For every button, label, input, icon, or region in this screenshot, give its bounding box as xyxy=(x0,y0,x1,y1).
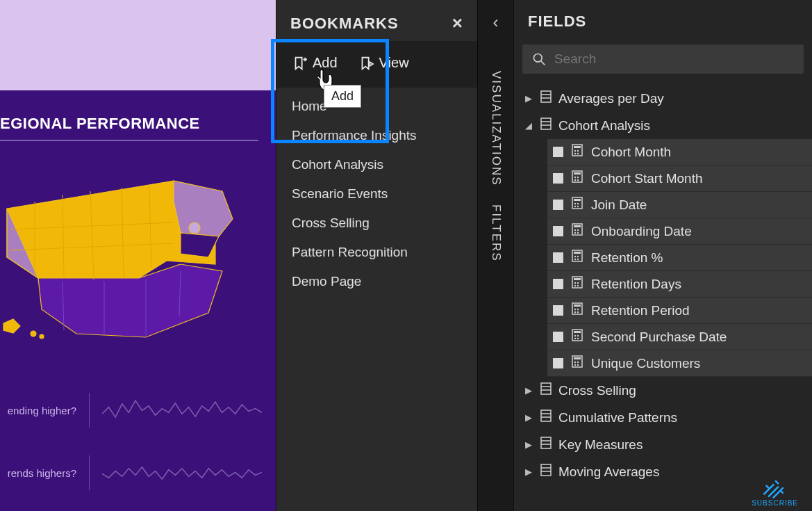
bookmarks-pane: BOOKMARKS × Add View HomePerformance Ins… xyxy=(276,0,477,511)
section-title: EGIONAL PERFORMANCE xyxy=(0,115,258,141)
fields-table-name: Cross Selling xyxy=(558,383,636,398)
svg-point-40 xyxy=(577,259,579,260)
report-canvas: EGIONAL PERFORMANCE xyxy=(0,0,276,511)
fields-table-row[interactable]: ▶Averages per Day xyxy=(520,85,812,112)
fields-table-name: Cumulative Patterns xyxy=(558,410,677,425)
bookmark-add-label: Add xyxy=(313,55,338,71)
svg-point-39 xyxy=(574,259,576,260)
calculator-icon xyxy=(572,250,583,266)
svg-line-4 xyxy=(541,61,545,65)
bookmarks-toolbar: Add View xyxy=(276,41,477,88)
sparkline-divider xyxy=(89,393,90,428)
fields-field-row[interactable]: Retention % xyxy=(547,245,812,271)
caret-down-icon: ◢ xyxy=(524,120,533,131)
calculator-icon xyxy=(572,355,583,371)
fields-field-row[interactable]: Cohort Start Month xyxy=(547,165,812,192)
visualizations-tab[interactable]: VISUALIZATIONS xyxy=(489,71,503,186)
field-checkbox[interactable] xyxy=(553,358,563,368)
field-name: Retention Days xyxy=(591,277,681,292)
fields-field-row[interactable]: Retention Period xyxy=(547,298,812,324)
sparkline-row-1: ending higher? xyxy=(0,386,262,435)
svg-point-46 xyxy=(577,285,579,286)
svg-point-22 xyxy=(577,179,579,181)
field-checkbox[interactable] xyxy=(553,200,563,210)
us-map-visual[interactable] xyxy=(0,160,250,348)
fields-field-row[interactable]: Unique Customers xyxy=(547,350,812,377)
sparkline-divider xyxy=(89,455,90,490)
fields-field-row[interactable]: Onboarding Date xyxy=(547,218,812,245)
svg-point-56 xyxy=(577,335,579,336)
field-checkbox[interactable] xyxy=(553,332,563,342)
fields-table-name: Key Measures xyxy=(558,437,643,453)
svg-rect-68 xyxy=(541,410,551,421)
svg-rect-24 xyxy=(574,199,581,201)
field-checkbox[interactable] xyxy=(553,279,563,289)
bookmark-view-icon xyxy=(358,56,374,71)
svg-rect-18 xyxy=(574,172,581,175)
fields-table-row[interactable]: ▶Cumulative Patterns xyxy=(520,404,812,431)
bookmark-add-button[interactable]: Add xyxy=(292,55,338,71)
fields-field-row[interactable]: Retention Days xyxy=(547,271,812,298)
fields-field-row[interactable]: Cohort Month xyxy=(547,139,812,165)
field-name: Join Date xyxy=(591,197,647,213)
svg-rect-5 xyxy=(541,91,551,102)
svg-point-64 xyxy=(577,364,579,366)
svg-point-37 xyxy=(574,256,576,257)
svg-point-25 xyxy=(574,203,576,204)
svg-point-28 xyxy=(577,206,579,207)
svg-point-45 xyxy=(574,285,576,286)
svg-rect-36 xyxy=(574,252,581,254)
svg-point-43 xyxy=(574,282,576,284)
fields-table-row[interactable]: ▶Cross Selling xyxy=(520,377,812,404)
bookmark-item[interactable]: Scenario Events xyxy=(292,179,477,209)
bookmark-item[interactable]: Performance Insights xyxy=(292,121,477,150)
field-checkbox[interactable] xyxy=(553,305,563,316)
calculator-icon xyxy=(572,276,583,292)
field-checkbox[interactable] xyxy=(553,252,563,263)
field-checkbox[interactable] xyxy=(553,173,563,184)
bookmark-item[interactable]: Cohort Analysis xyxy=(292,150,477,179)
table-icon xyxy=(540,409,552,425)
svg-point-26 xyxy=(577,203,579,204)
calculator-icon xyxy=(572,197,583,213)
fields-search-input[interactable] xyxy=(554,51,794,67)
bookmark-item[interactable]: Home xyxy=(292,92,477,121)
filters-tab[interactable]: FILTERS xyxy=(489,204,503,262)
bookmark-item[interactable]: Pattern Recognition xyxy=(292,238,477,267)
svg-point-31 xyxy=(574,229,576,231)
collapsed-panes-strip: ‹ VISUALIZATIONS FILTERS xyxy=(477,0,513,511)
close-icon[interactable]: × xyxy=(452,13,463,34)
calculator-icon xyxy=(572,223,583,239)
svg-point-49 xyxy=(574,309,576,310)
calculator-icon xyxy=(572,144,583,160)
svg-point-51 xyxy=(574,311,576,313)
bookmark-item[interactable]: Cross Selling xyxy=(292,209,477,238)
collapse-chevron-icon[interactable]: ‹ xyxy=(493,13,499,32)
svg-point-33 xyxy=(574,232,576,234)
fields-table-row[interactable]: ◢Cohort Analysis xyxy=(520,112,812,139)
fields-field-row[interactable]: Join Date xyxy=(547,192,812,218)
svg-rect-42 xyxy=(574,278,581,280)
sparkline-label-2: rends highers? xyxy=(0,467,76,479)
bookmark-view-button[interactable]: View xyxy=(358,55,409,71)
field-checkbox[interactable] xyxy=(553,147,563,157)
svg-point-14 xyxy=(577,150,579,152)
svg-point-55 xyxy=(574,335,576,336)
fields-field-row[interactable]: Second Purchase Date xyxy=(547,324,812,350)
svg-point-38 xyxy=(577,256,579,257)
fields-table-row[interactable]: ▶Moving Averages xyxy=(520,458,812,485)
bookmark-item[interactable]: Demo Page xyxy=(292,267,477,296)
svg-point-20 xyxy=(577,177,579,178)
canvas-header-strip xyxy=(0,0,276,90)
svg-point-0 xyxy=(189,222,200,234)
table-icon xyxy=(540,382,552,398)
fields-table-row[interactable]: ▶Key Measures xyxy=(520,431,812,458)
svg-rect-12 xyxy=(574,146,581,148)
fields-search[interactable] xyxy=(522,44,804,74)
field-name: Second Purchase Date xyxy=(591,330,727,345)
svg-point-34 xyxy=(577,232,579,234)
svg-point-19 xyxy=(574,177,576,178)
svg-point-52 xyxy=(577,311,579,313)
field-checkbox[interactable] xyxy=(553,226,563,236)
svg-point-3 xyxy=(534,54,542,63)
